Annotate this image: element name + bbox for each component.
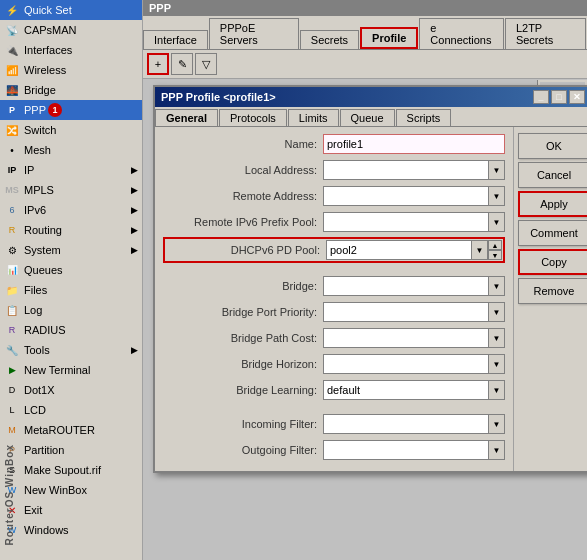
- dhcpv6-down-arrow[interactable]: ▼: [488, 250, 502, 260]
- tab-protocols[interactable]: Protocols: [219, 109, 287, 126]
- remote-address-row: Remote Address: ▼: [163, 185, 505, 207]
- routing-icon: R: [4, 222, 20, 238]
- ip-icon: IP: [4, 162, 20, 178]
- sidebar-item-metarouter[interactable]: M MetaROUTER: [0, 420, 142, 440]
- tab-secrets[interactable]: Secrets: [300, 30, 359, 49]
- tab-limits[interactable]: Limits: [288, 109, 339, 126]
- sidebar-item-ppp[interactable]: P PPP 1: [0, 100, 142, 120]
- tab-profiles[interactable]: Profile: [360, 27, 418, 49]
- tab-general[interactable]: General: [155, 109, 218, 126]
- add-icon: +: [155, 58, 161, 70]
- sidebar-item-mpls[interactable]: MS MPLS ▶: [0, 180, 142, 200]
- name-input[interactable]: [323, 134, 505, 154]
- sidebar-item-interfaces[interactable]: 🔌 Interfaces: [0, 40, 142, 60]
- sidebar-item-files[interactable]: 📁 Files: [0, 280, 142, 300]
- tab-label: Protocols: [230, 112, 276, 124]
- local-address-dropdown[interactable]: ▼: [489, 160, 505, 180]
- outgoing-filter-input[interactable]: [323, 440, 489, 460]
- tab-label: Secrets: [311, 34, 348, 46]
- sidebar-item-label: Mesh: [24, 144, 51, 156]
- cancel-button[interactable]: Cancel: [518, 162, 587, 188]
- bridge-learning-dropdown[interactable]: ▼: [489, 380, 505, 400]
- sidebar-item-new-winbox[interactable]: W New WinBox: [0, 480, 142, 500]
- sidebar-item-partition[interactable]: P Partition: [0, 440, 142, 460]
- tab-l2tp-secrets[interactable]: L2TP Secrets: [505, 18, 586, 49]
- sidebar-item-label: Files: [24, 284, 47, 296]
- sidebar-item-new-terminal[interactable]: ▶ New Terminal: [0, 360, 142, 380]
- sidebar-item-label: Switch: [24, 124, 56, 136]
- incoming-filter-dropdown[interactable]: ▼: [489, 414, 505, 434]
- bridge-icon: 🌉: [4, 82, 20, 98]
- local-address-input[interactable]: [323, 160, 489, 180]
- sidebar-item-lcd[interactable]: L LCD: [0, 400, 142, 420]
- sidebar-item-label: IPv6: [24, 204, 46, 216]
- outgoing-filter-dropdown[interactable]: ▼: [489, 440, 505, 460]
- sidebar-item-exit[interactable]: ✕ Exit: [0, 500, 142, 520]
- copy-button[interactable]: Copy: [518, 249, 587, 275]
- bridge-path-cost-dropdown[interactable]: ▼: [489, 328, 505, 348]
- bridge-path-cost-input[interactable]: [323, 328, 489, 348]
- dhcpv6-input[interactable]: [326, 240, 472, 260]
- tab-pppoe-servers[interactable]: PPPoE Servers: [209, 18, 299, 49]
- sidebar-item-wireless[interactable]: 📶 Wireless: [0, 60, 142, 80]
- sidebar-item-bridge[interactable]: 🌉 Bridge: [0, 80, 142, 100]
- edit-button[interactable]: ✎: [171, 53, 193, 75]
- close-button[interactable]: ✕: [569, 90, 585, 104]
- sidebar-item-ipv6[interactable]: 6 IPv6 ▶: [0, 200, 142, 220]
- sidebar-item-capsman[interactable]: 📡 CAPsMAN: [0, 20, 142, 40]
- sidebar-item-routing[interactable]: R Routing ▶: [0, 220, 142, 240]
- sidebar-item-make-supout[interactable]: S Make Supout.rif: [0, 460, 142, 480]
- sidebar-item-radius[interactable]: R RADIUS: [0, 320, 142, 340]
- sidebar-item-label: System: [24, 244, 61, 256]
- sidebar-item-tools[interactable]: 🔧 Tools ▶: [0, 340, 142, 360]
- bridge-horizon-dropdown[interactable]: ▼: [489, 354, 505, 374]
- sidebar-item-system[interactable]: ⚙ System ▶: [0, 240, 142, 260]
- incoming-filter-input[interactable]: [323, 414, 489, 434]
- sidebar-item-label: New Terminal: [24, 364, 90, 376]
- bridge-dropdown[interactable]: ▼: [489, 276, 505, 296]
- tab-queue[interactable]: Queue: [340, 109, 395, 126]
- remote-ipv6-input[interactable]: [323, 212, 489, 232]
- dhcpv6-dropdown[interactable]: ▼: [472, 240, 488, 260]
- bridge-port-priority-input[interactable]: [323, 302, 489, 322]
- add-button[interactable]: +: [147, 53, 169, 75]
- remote-address-input[interactable]: [323, 186, 489, 206]
- tab-label: Limits: [299, 112, 328, 124]
- bridge-learning-input[interactable]: [323, 380, 489, 400]
- tab-active-connections[interactable]: e Connections: [419, 18, 504, 49]
- sidebar-item-ip[interactable]: IP IP ▶: [0, 160, 142, 180]
- apply-button[interactable]: Apply: [518, 191, 587, 217]
- bridge-path-cost-row: Bridge Path Cost: ▼: [163, 327, 505, 349]
- ok-button[interactable]: OK: [518, 133, 587, 159]
- bridge-path-cost-label: Bridge Path Cost:: [163, 332, 323, 344]
- filter-button[interactable]: ▽: [195, 53, 217, 75]
- minimize-button[interactable]: _: [533, 90, 549, 104]
- sidebar-item-mesh[interactable]: • Mesh: [0, 140, 142, 160]
- sidebar-item-quick-set[interactable]: ⚡ Quick Set: [0, 0, 142, 20]
- sidebar-item-label: Exit: [24, 504, 42, 516]
- tab-scripts[interactable]: Scripts: [396, 109, 452, 126]
- remove-button[interactable]: Remove: [518, 278, 587, 304]
- sidebar-item-switch[interactable]: 🔀 Switch: [0, 120, 142, 140]
- sidebar-item-label: Routing: [24, 224, 62, 236]
- dhcpv6-up-arrow[interactable]: ▲: [488, 240, 502, 250]
- tab-interface[interactable]: Interface: [143, 30, 208, 49]
- bridge-port-priority-dropdown[interactable]: ▼: [489, 302, 505, 322]
- sidebar-item-dot1x[interactable]: D Dot1X: [0, 380, 142, 400]
- switch-icon: 🔀: [4, 122, 20, 138]
- bridge-horizon-input[interactable]: [323, 354, 489, 374]
- remote-address-dropdown[interactable]: ▼: [489, 186, 505, 206]
- comment-button[interactable]: Comment: [518, 220, 587, 246]
- sidebar-item-log[interactable]: 📋 Log: [0, 300, 142, 320]
- sidebar-item-label: CAPsMAN: [24, 24, 77, 36]
- quick-set-icon: ⚡: [4, 2, 20, 18]
- bridge-port-priority-row: Bridge Port Priority: ▼: [163, 301, 505, 323]
- remote-ipv6-dropdown[interactable]: ▼: [489, 212, 505, 232]
- sidebar-item-windows[interactable]: W Windows: [0, 520, 142, 540]
- bridge-input[interactable]: [323, 276, 489, 296]
- sidebar-item-queues[interactable]: 📊 Queues: [0, 260, 142, 280]
- log-icon: 📋: [4, 302, 20, 318]
- maximize-button[interactable]: □: [551, 90, 567, 104]
- tab-label: Scripts: [407, 112, 441, 124]
- outgoing-filter-label: Outgoing Filter:: [163, 444, 323, 456]
